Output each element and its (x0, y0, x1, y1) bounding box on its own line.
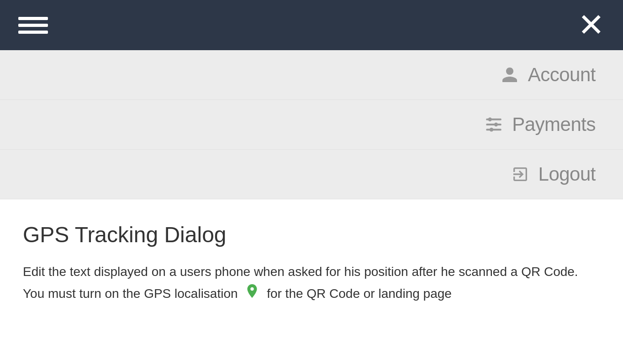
svg-rect-1 (486, 124, 502, 125)
svg-rect-2 (486, 129, 502, 130)
logout-label: Logout (539, 163, 596, 185)
content-area: GPS Tracking Dialog Edit the text displa… (0, 199, 623, 324)
sliders-icon (485, 115, 503, 134)
menu-item-logout[interactable]: Logout (0, 150, 623, 199)
svg-point-4 (494, 123, 498, 126)
svg-point-3 (488, 118, 492, 121)
hamburger-menu-button[interactable] (18, 17, 48, 34)
description-text-part2: for the QR Code or landing page (267, 286, 452, 301)
menu-item-payments[interactable]: Payments (0, 100, 623, 150)
hamburger-line-3 (18, 31, 48, 34)
payments-label: Payments (512, 114, 596, 135)
navigation-menu: Account Payments Logout (0, 50, 623, 199)
hamburger-line-1 (18, 17, 48, 20)
svg-point-5 (490, 128, 493, 131)
top-navbar: ✕ (0, 0, 623, 50)
logout-icon (511, 165, 529, 183)
menu-item-account[interactable]: Account (0, 50, 623, 100)
page-description: Edit the text displayed on a users phone… (23, 261, 598, 306)
close-button[interactable]: ✕ (578, 9, 605, 41)
page-title: GPS Tracking Dialog (23, 222, 600, 247)
hamburger-line-2 (18, 24, 48, 27)
person-icon (501, 66, 519, 84)
gps-pin-icon (244, 283, 260, 306)
account-label: Account (528, 64, 596, 86)
